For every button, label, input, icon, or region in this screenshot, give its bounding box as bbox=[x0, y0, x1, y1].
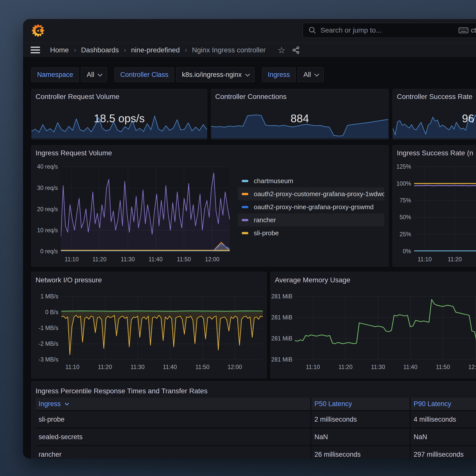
axis-tick: 11:20 bbox=[448, 256, 462, 263]
column-header-p50[interactable]: P50 Latency bbox=[311, 398, 410, 410]
chart-plot[interactable] bbox=[295, 296, 476, 360]
legend-swatch bbox=[242, 180, 248, 182]
breadcrumb-home[interactable]: Home bbox=[50, 46, 69, 54]
axis-tick: 11:30 bbox=[121, 256, 135, 263]
panel-title[interactable]: Controller Connections bbox=[215, 93, 287, 101]
search-input[interactable]: Search or jump to... ctrl+k bbox=[303, 23, 476, 38]
legend-item[interactable]: chartmuseum bbox=[238, 174, 384, 187]
panel-ingress-success-rate: Ingress Success Rate (n 125%100%75%50%25… bbox=[393, 145, 476, 267]
grafana-logo-icon[interactable] bbox=[31, 24, 45, 38]
y-axis: 281 MiB281 MiB281 MiB281 MiB bbox=[271, 272, 292, 378]
table-cell: NaN bbox=[311, 429, 410, 445]
breadcrumb: Home › Dashboards › nine-predefined › Ng… bbox=[50, 43, 300, 57]
y-axis: 1 MB/s0 B/s-1 MB/s-2 MB/s-3 MB/s bbox=[32, 272, 58, 378]
axis-tick: 11:10 bbox=[306, 364, 320, 371]
axis-tick: 0 B/s bbox=[45, 309, 58, 316]
search-placeholder: Search or jump to... bbox=[320, 26, 382, 34]
share-icon[interactable] bbox=[292, 46, 300, 54]
axis-tick: 11:30 bbox=[131, 364, 145, 371]
axis-tick: 12:00 bbox=[468, 364, 476, 371]
filter-value-controller-class[interactable]: k8s.io/ingress-nginx bbox=[176, 67, 255, 82]
table-cell: 297 milliseconds bbox=[411, 446, 476, 458]
filter-label-ingress[interactable]: Ingress bbox=[262, 67, 296, 82]
table-cell: NaN bbox=[411, 429, 476, 445]
y-axis: 40 req/s30 req/s20 req/s10 req/s0 req/s bbox=[32, 146, 58, 267]
chevron-down-icon bbox=[97, 72, 102, 77]
axis-tick: 11:40 bbox=[403, 364, 417, 371]
table-cell: 4 milliseconds bbox=[411, 411, 476, 428]
axis-tick: 50% bbox=[400, 214, 411, 221]
chart-legend: chartmuseum oauth2-proxy-customer-grafan… bbox=[238, 174, 384, 240]
top-navbar: Search or jump to... ctrl+k bbox=[23, 19, 476, 43]
axis-tick: 281 MiB bbox=[271, 356, 292, 363]
panel-ingress-request-volume: Ingress Request Volume 40 req/s30 req/s2… bbox=[31, 145, 389, 267]
axis-tick: 40 req/s bbox=[37, 163, 58, 170]
axis-tick: 11:50 bbox=[177, 256, 191, 263]
search-shortcut: ctrl+k bbox=[471, 27, 476, 34]
axis-tick: 0% bbox=[403, 248, 411, 255]
axis-tick: 11:10 bbox=[418, 256, 432, 263]
breadcrumb-dashboards[interactable]: Dashboards bbox=[81, 46, 119, 54]
chart-plot[interactable] bbox=[61, 296, 263, 360]
dashboard-variables: Namespace All Controller Class k8s.io/in… bbox=[31, 67, 329, 82]
axis-tick: -1 MB/s bbox=[39, 325, 58, 331]
axis-tick: 30 req/s bbox=[37, 185, 58, 191]
chart-plot[interactable] bbox=[414, 167, 476, 251]
axis-tick: -3 MB/s bbox=[39, 356, 58, 363]
table-cell: sealed-secrets bbox=[36, 429, 310, 445]
chart-plot[interactable] bbox=[61, 167, 230, 251]
axis-tick: 10 req/s bbox=[37, 227, 58, 234]
chevron-down-icon bbox=[314, 72, 319, 77]
breadcrumb-folder[interactable]: nine-predefined bbox=[131, 46, 180, 54]
x-axis: 11:1011:2011:3011:4011:5012:00 bbox=[61, 364, 263, 371]
stat-value: 96 bbox=[462, 112, 474, 125]
stat-value: 18.5 ops/s bbox=[32, 112, 207, 125]
axis-tick: 281 MiB bbox=[271, 335, 292, 342]
chevron-right-icon: › bbox=[124, 46, 126, 54]
axis-tick: 11:50 bbox=[195, 364, 209, 371]
axis-tick: 125% bbox=[396, 163, 411, 170]
search-icon bbox=[308, 26, 316, 34]
breadcrumb-current: Nginx Ingress controller bbox=[192, 46, 266, 54]
legend-item[interactable]: rancher bbox=[238, 213, 384, 226]
panel-average-memory-usage: Average Memory Usage 281 MiB281 MiB281 M… bbox=[271, 272, 476, 378]
filter-label-controller-class[interactable]: Controller Class bbox=[114, 67, 174, 82]
axis-tick: 11:20 bbox=[98, 364, 112, 371]
legend-item[interactable]: sli-probe bbox=[238, 226, 384, 240]
axis-tick: 25% bbox=[400, 231, 411, 238]
legend-item[interactable]: oauth2-proxy-customer-grafana-proxy-1wdw… bbox=[238, 187, 384, 200]
menu-icon[interactable] bbox=[31, 47, 40, 53]
legend-swatch bbox=[242, 219, 248, 221]
column-header-ingress[interactable]: Ingress bbox=[36, 398, 310, 410]
chevron-right-icon: › bbox=[74, 46, 76, 54]
star-icon[interactable]: ☆ bbox=[278, 46, 285, 54]
legend-swatch bbox=[242, 232, 248, 234]
filter-label-namespace[interactable]: Namespace bbox=[31, 67, 79, 82]
axis-tick: -2 MB/s bbox=[39, 340, 58, 347]
panel-title[interactable]: Controller Success Rate bbox=[397, 93, 472, 101]
filter-value-ingress[interactable]: All bbox=[298, 67, 324, 82]
axis-tick: 11:20 bbox=[92, 256, 106, 263]
x-axis: 11:1011:20 bbox=[414, 256, 476, 264]
keyboard-icon bbox=[458, 27, 468, 34]
column-header-p90[interactable]: P90 Latency bbox=[411, 398, 476, 410]
axis-tick: 11:40 bbox=[163, 364, 177, 371]
axis-tick: 1 MB/s bbox=[40, 293, 58, 300]
table-cell: 26 milliseconds bbox=[311, 446, 410, 458]
axis-tick: 281 MiB bbox=[271, 314, 292, 321]
filter-value-namespace[interactable]: All bbox=[81, 67, 107, 82]
panel-title[interactable]: Controller Request Volume bbox=[36, 93, 120, 101]
axis-tick: 11:20 bbox=[338, 364, 352, 371]
y-axis: 125%100%75%50%25%0% bbox=[393, 146, 411, 267]
x-axis: 11:1011:2011:3011:4011:5012:00 bbox=[295, 364, 476, 371]
panel-controller-connections: Controller Connections 884 bbox=[211, 89, 389, 140]
legend-swatch bbox=[242, 206, 248, 208]
legend-swatch bbox=[242, 193, 248, 195]
table-cell: 2 milliseconds bbox=[311, 411, 410, 428]
axis-tick: 11:10 bbox=[65, 364, 79, 371]
panel-title[interactable]: Ingress Percentile Response Times and Tr… bbox=[36, 387, 207, 395]
axis-tick: 20 req/s bbox=[37, 206, 58, 213]
grafana-window: Search or jump to... ctrl+k Home › Dashb… bbox=[23, 19, 476, 458]
chevron-right-icon: › bbox=[185, 46, 187, 54]
legend-item[interactable]: oauth2-proxy-nine-grafana-proxy-grswmd bbox=[238, 200, 384, 213]
